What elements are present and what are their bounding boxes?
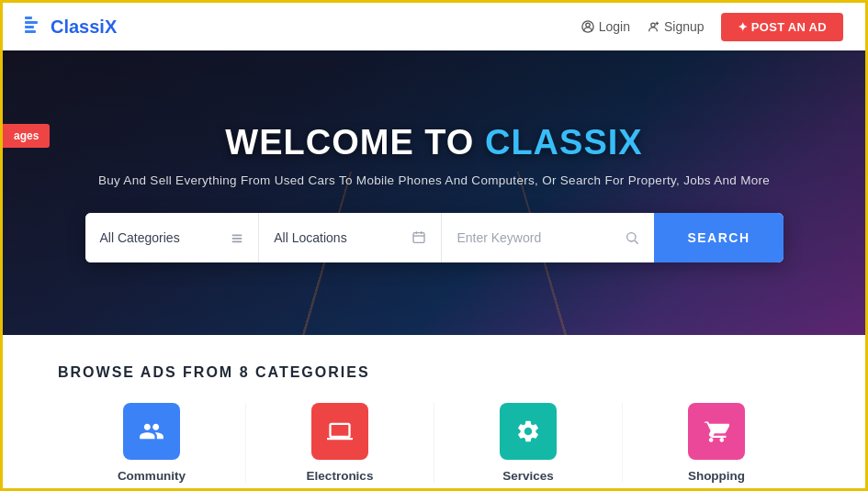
search-button[interactable]: SEARCH (654, 213, 783, 262)
services-label: Services (502, 469, 554, 483)
keyword-field[interactable] (442, 213, 654, 262)
logo-icon (25, 17, 45, 38)
svg-line-17 (635, 240, 638, 244)
search-icon (625, 230, 639, 245)
electronics-icon-wrap (311, 403, 368, 460)
login-icon (581, 20, 594, 33)
logo[interactable]: ClassiX (25, 17, 117, 38)
electronics-label: Electronics (307, 469, 374, 483)
keyword-input[interactable] (457, 230, 617, 245)
search-bar: All Categories All Locations (85, 213, 783, 262)
hero-title: WELCOME TO CLASSIX (85, 123, 783, 162)
category-item-shopping[interactable]: Shopping (623, 403, 810, 483)
hero-title-accent: CLASSIX (485, 123, 643, 162)
hero-section: ages WELCOME TO CLASSIX Buy And Sell Eve… (3, 50, 865, 335)
community-icon-wrap (123, 403, 180, 460)
svg-rect-0 (25, 17, 32, 19)
location-select[interactable]: All Locations (259, 213, 442, 262)
signup-link[interactable]: Signup (647, 19, 705, 34)
community-icon (139, 418, 164, 444)
header-right: Login Signup ✦ POST AN AD (581, 13, 843, 41)
shopping-label: Shopping (688, 469, 745, 483)
services-icon (515, 418, 541, 444)
category-item-electronics[interactable]: Electronics (246, 403, 434, 483)
header: ClassiX Login Signup ✦ POST AN AD (3, 3, 865, 50)
svg-rect-12 (413, 233, 424, 243)
post-ad-button[interactable]: ✦ POST AN AD (721, 13, 843, 41)
logo-text: ClassiX (51, 17, 117, 38)
categories-grid: Community Electronics Services (58, 403, 810, 483)
category-menu-icon (231, 231, 243, 244)
shopping-icon-wrap (688, 403, 745, 460)
services-icon-wrap (500, 403, 557, 460)
svg-point-16 (627, 233, 636, 241)
hero-content: WELCOME TO CLASSIX Buy And Sell Everythi… (49, 123, 820, 262)
community-label: Community (118, 469, 186, 483)
category-item-services[interactable]: Services (434, 403, 623, 483)
svg-rect-3 (25, 30, 36, 33)
svg-rect-2 (25, 26, 34, 28)
svg-rect-1 (25, 21, 38, 24)
svg-point-6 (651, 23, 655, 27)
category-item-community[interactable]: Community (58, 403, 246, 483)
svg-point-5 (586, 23, 590, 27)
signup-icon (647, 20, 659, 33)
side-tag: ages (3, 124, 50, 148)
login-link[interactable]: Login (581, 19, 630, 34)
electronics-icon (327, 418, 353, 444)
categories-section: BROWSE ADS FROM 8 CATEGORIES Community E… (3, 335, 865, 491)
shopping-icon (704, 418, 729, 444)
category-select[interactable]: All Categories (85, 213, 260, 262)
categories-title: BROWSE ADS FROM 8 CATEGORIES (58, 364, 810, 381)
location-icon (411, 230, 426, 245)
hero-subtitle: Buy And Sell Everything From Used Cars T… (85, 173, 783, 187)
